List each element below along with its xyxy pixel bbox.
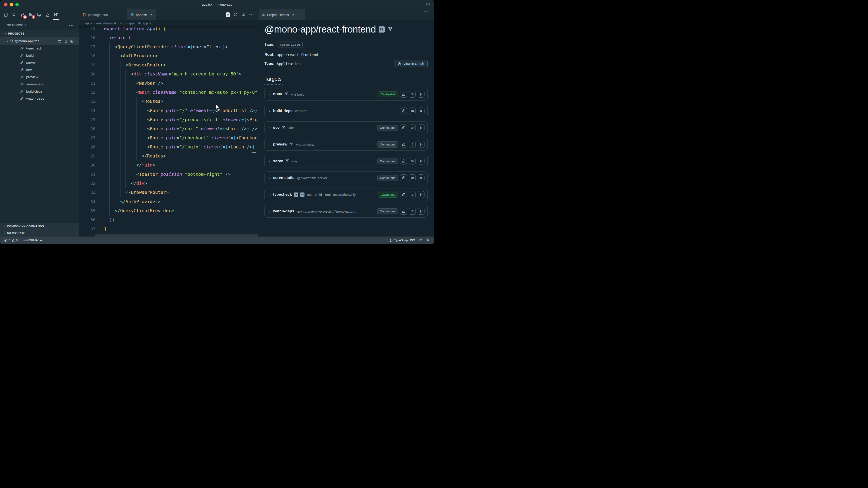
run-task-button[interactable] xyxy=(418,91,425,98)
editor-tab-bar: {}package.jsonapp.tsx✕ ⚙ ••• xyxy=(79,9,258,20)
target-card-preview[interactable]: previewvite previewContinuous xyxy=(265,138,428,151)
chevron-down-icon xyxy=(3,32,6,35)
more-actions-icon[interactable]: ••• xyxy=(249,13,254,17)
vim-mode-indicator[interactable]: -- NORMAL -- xyxy=(24,238,42,242)
source-control-icon[interactable]: 32 xyxy=(20,12,25,18)
run-task-button[interactable] xyxy=(418,141,425,148)
target-card-typecheck[interactable]: typecheckTSTStsc --build --emitDeclarati… xyxy=(265,188,428,201)
target-card-build-deps[interactable]: build-depsnx:noop xyxy=(265,105,428,117)
sidebar-title: NX CONSOLE xyxy=(7,24,27,27)
target-command: nx:noop xyxy=(295,109,307,113)
open-project-details-icon[interactable]: ⚙ xyxy=(226,12,230,17)
copy-task-button[interactable] xyxy=(400,208,407,215)
notifications-bell-icon[interactable] xyxy=(427,238,430,242)
settings-gear-icon[interactable]: ⚙ xyxy=(426,2,430,7)
run-task-button[interactable] xyxy=(418,107,425,114)
target-card-serve-static[interactable]: serve-static@nx/web:file-serverContinuou… xyxy=(265,171,428,184)
main-area: 321 NX CONSOLE ••• PROJECTS @mono-app/re… xyxy=(0,9,434,236)
target-name: preview xyxy=(273,142,287,147)
tab-app.tsx[interactable]: app.tsx✕ xyxy=(127,9,156,20)
target-command: @nx/web:file-server xyxy=(297,176,327,180)
copy-task-button[interactable] xyxy=(400,107,407,114)
typescript-badge-icon: TS xyxy=(294,193,298,197)
copilot-icon[interactable] xyxy=(419,238,423,242)
minimize-window-button[interactable] xyxy=(10,3,13,6)
tab-project-details[interactable]: Project Details ✕ xyxy=(259,9,305,20)
chevron-down-icon xyxy=(268,176,271,180)
view-task-button[interactable] xyxy=(409,91,416,98)
breadcrumb-item[interactable]: app xyxy=(128,22,133,25)
close-window-button[interactable] xyxy=(4,3,7,6)
code-editor[interactable]: 15export function App() {16return (17<Qu… xyxy=(79,26,258,236)
view-task-button[interactable] xyxy=(409,124,416,131)
target-card-build[interactable]: buildvite buildCacheable xyxy=(265,88,428,101)
graph-target-icon xyxy=(398,62,401,66)
copy-task-button[interactable] xyxy=(400,174,407,181)
traffic-lights xyxy=(4,3,19,6)
sidebar-more-icon[interactable]: ••• xyxy=(69,23,74,27)
view-task-button[interactable] xyxy=(409,141,416,148)
run-task-button[interactable] xyxy=(418,191,425,198)
copy-task-button[interactable] xyxy=(400,141,407,148)
view-task-button[interactable] xyxy=(409,174,416,181)
react-icon xyxy=(130,13,134,17)
run-task-button[interactable] xyxy=(418,208,425,215)
breadcrumb-item[interactable]: apps xyxy=(85,22,92,25)
projects-section-header[interactable]: PROJECTS xyxy=(0,30,79,37)
target-card-watch-deps[interactable]: watch-depsnpx nx watch --projects @mono-… xyxy=(265,205,428,218)
copy-task-button[interactable] xyxy=(400,91,407,98)
breadcrumb[interactable]: apps›react-frontend›src›app›app.tsx›... xyxy=(79,20,258,26)
badge-count: 32 xyxy=(23,15,27,19)
close-icon[interactable]: ✕ xyxy=(292,13,295,17)
chevron-down-icon xyxy=(6,39,9,43)
breadcrumb-item[interactable]: react-frontend xyxy=(96,22,116,25)
target-card-dev[interactable]: devviteContinuous xyxy=(265,121,428,134)
close-tab-icon[interactable]: ✕ xyxy=(150,13,153,17)
sidebar-section-common-nx-commands[interactable]: COMMON NX COMMANDS xyxy=(0,223,79,230)
project-tree-item[interactable]: @mono-app/rea... xyxy=(0,37,79,45)
run-task-button[interactable] xyxy=(418,174,425,181)
testing-icon[interactable] xyxy=(45,12,51,18)
view-task-button[interactable] xyxy=(409,158,416,164)
react-icon xyxy=(138,22,141,25)
copy-task-button[interactable] xyxy=(400,158,407,164)
target-command: tsc --build --emitDeclarationOnly xyxy=(307,193,355,197)
badge-continuous: Continuous xyxy=(377,125,398,131)
run-task-button[interactable] xyxy=(418,124,425,131)
nx-console-icon[interactable] xyxy=(53,12,59,18)
search-icon[interactable] xyxy=(11,12,17,18)
explorer-icon[interactable] xyxy=(3,12,8,18)
view-in-graph-button[interactable]: View In Graph xyxy=(394,60,428,67)
extensions-icon[interactable]: 1 xyxy=(28,12,34,18)
copy-task-button[interactable] xyxy=(400,191,407,198)
language-mode-indicator[interactable]: {} TypeScript JSX xyxy=(390,238,415,242)
code-line-34: 34</AuthProvider> xyxy=(79,197,258,206)
vite-icon xyxy=(285,159,289,164)
remote-explorer-icon[interactable] xyxy=(36,12,42,18)
tab-package.json[interactable]: {}package.json xyxy=(79,9,127,20)
open-folder-icon[interactable] xyxy=(58,39,62,43)
view-task-button[interactable] xyxy=(409,191,416,198)
warning-icon xyxy=(11,238,15,242)
edit-project-config-icon[interactable] xyxy=(64,39,68,43)
view-task-button[interactable] xyxy=(409,208,416,215)
status-bar: 0 0 -- NORMAL -- {} TypeScript JSX xyxy=(0,236,434,244)
badge-continuous: Continuous xyxy=(377,175,398,181)
sidebar-section-nx-migrate[interactable]: NX MIGRATE xyxy=(0,230,79,237)
zoom-window-button[interactable] xyxy=(16,3,19,6)
breadcrumb-item[interactable]: src xyxy=(120,22,124,25)
breadcrumb-item[interactable]: ... xyxy=(157,22,160,25)
targets-heading: Targets xyxy=(265,76,428,82)
code-line-24: 24<Route path="/" element={<ProductList … xyxy=(79,106,258,115)
panel-more-icon[interactable]: ••• xyxy=(424,9,434,20)
focus-project-icon[interactable] xyxy=(70,39,74,43)
copy-task-button[interactable] xyxy=(400,124,407,131)
view-task-button[interactable] xyxy=(409,107,416,114)
vite-icon xyxy=(284,92,288,97)
split-editor-icon[interactable] xyxy=(241,12,246,18)
refresh-icon[interactable] xyxy=(233,12,238,18)
problems-indicator[interactable]: 0 0 xyxy=(4,238,18,242)
run-task-button[interactable] xyxy=(418,158,425,164)
breadcrumb-item[interactable]: app.tsx xyxy=(143,22,153,25)
target-card-serve[interactable]: serveviteContinuous xyxy=(265,155,428,167)
